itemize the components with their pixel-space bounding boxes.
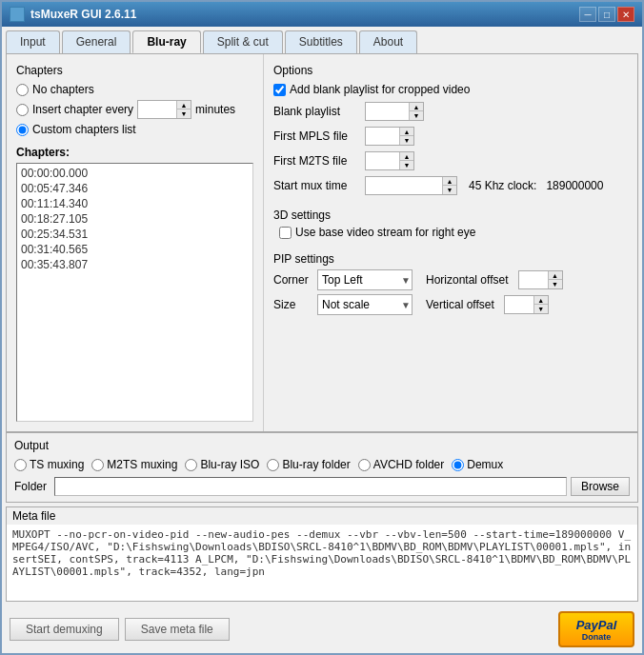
size-select-wrapper[interactable]: Not scale Half Quarter ▼ bbox=[317, 294, 413, 315]
chapter-interval-down[interactable]: ▼ bbox=[177, 109, 191, 118]
start-mux-time-input[interactable]: 1:10:00.000 bbox=[366, 178, 442, 193]
tab-input[interactable]: Input bbox=[6, 30, 60, 53]
m2ts-muxing-radio[interactable] bbox=[91, 459, 104, 471]
khz-value: 189000000 bbox=[546, 179, 603, 192]
custom-chapters-radio[interactable] bbox=[16, 124, 29, 136]
first-m2ts-input[interactable]: 0 bbox=[366, 153, 399, 169]
no-chapters-label: No chapters bbox=[32, 83, 94, 96]
v-offset-spinner[interactable]: 0 ▲ ▼ bbox=[504, 295, 549, 314]
blank-playlist-up[interactable]: ▲ bbox=[410, 103, 423, 111]
first-mpls-label: First MPLS file bbox=[273, 129, 359, 143]
chapter-item[interactable]: 00:00:00.000 bbox=[19, 166, 251, 181]
no-chapters-radio[interactable] bbox=[16, 84, 29, 96]
h-offset-down[interactable]: ▼ bbox=[549, 280, 562, 288]
ts-muxing-radio[interactable] bbox=[14, 459, 27, 471]
no-chapters-option[interactable]: No chapters bbox=[16, 83, 253, 96]
minimize-button[interactable]: ─ bbox=[579, 7, 596, 22]
start-mux-time-up[interactable]: ▲ bbox=[443, 177, 456, 186]
output-options-row: TS muxing M2TS muxing Blu-ray ISO Blu-ra… bbox=[14, 458, 630, 471]
first-m2ts-spinner[interactable]: 0 ▲ ▼ bbox=[365, 151, 414, 170]
tab-about[interactable]: About bbox=[359, 30, 417, 53]
action-bar: Start demuxing Save meta file PayPal Don… bbox=[2, 605, 642, 653]
maximize-button[interactable]: □ bbox=[598, 7, 615, 22]
start-mux-time-spinner[interactable]: 1:10:00.000 ▲ ▼ bbox=[365, 176, 457, 195]
left-panel: Chapters No chapters Insert chapter ever… bbox=[7, 54, 264, 431]
ts-muxing-option[interactable]: TS muxing bbox=[14, 458, 84, 471]
use-base-video-row: Use base video stream for right eye bbox=[279, 226, 628, 239]
blank-playlist-input[interactable]: 1900 bbox=[366, 104, 409, 119]
first-m2ts-label: First M2TS file bbox=[273, 154, 359, 168]
size-select[interactable]: Not scale Half Quarter bbox=[317, 294, 413, 315]
minutes-label: minutes bbox=[195, 103, 235, 116]
first-mpls-up[interactable]: ▲ bbox=[400, 128, 413, 136]
tab-subtitles[interactable]: Subtitles bbox=[285, 30, 357, 53]
chapter-item[interactable]: 00:31:40.565 bbox=[19, 242, 251, 257]
chapter-interval-up[interactable]: ▲ bbox=[177, 101, 191, 109]
blank-playlist-row: Blank playlist 1900 ▲ ▼ bbox=[273, 102, 628, 121]
paypal-donate-button[interactable]: PayPal Donate bbox=[558, 611, 634, 647]
demux-radio[interactable] bbox=[452, 459, 464, 471]
bluray-iso-option[interactable]: Blu-ray ISO bbox=[185, 458, 259, 471]
blank-playlist-spinner[interactable]: 1900 ▲ ▼ bbox=[365, 102, 424, 121]
bluray-folder-radio[interactable] bbox=[267, 459, 279, 471]
h-offset-up[interactable]: ▲ bbox=[549, 271, 562, 280]
chapter-item[interactable]: 00:18:27.105 bbox=[19, 211, 251, 227]
action-buttons: Start demuxing Save meta file bbox=[10, 618, 230, 641]
add-blank-playlist-label: Add blank playlist for cropped video bbox=[290, 83, 470, 96]
browse-button[interactable]: Browse bbox=[571, 477, 630, 496]
tab-general[interactable]: General bbox=[62, 30, 131, 53]
v-offset-label: Vertical offset bbox=[426, 298, 494, 311]
use-base-video-checkbox[interactable] bbox=[279, 227, 292, 239]
bluray-folder-option[interactable]: Blu-ray folder bbox=[267, 458, 350, 471]
insert-chapter-radio[interactable] bbox=[16, 104, 29, 116]
khz-label: 45 Khz clock: bbox=[469, 179, 536, 192]
avchd-folder-option[interactable]: AVCHD folder bbox=[358, 458, 444, 471]
first-mpls-spinner[interactable]: 0 ▲ ▼ bbox=[365, 127, 414, 146]
paypal-label: PayPal bbox=[576, 618, 617, 632]
tab-content: Chapters No chapters Insert chapter ever… bbox=[6, 53, 638, 432]
demux-option[interactable]: Demux bbox=[452, 458, 503, 471]
v-offset-input[interactable]: 0 bbox=[505, 297, 533, 312]
folder-input[interactable]: D:\Fishswing\Downloads\Rip\SRCL-8410\ bbox=[54, 477, 567, 496]
add-blank-playlist-checkbox[interactable] bbox=[273, 84, 286, 96]
folder-row: Folder D:\Fishswing\Downloads\Rip\SRCL-8… bbox=[14, 477, 630, 496]
h-offset-input[interactable]: 0 bbox=[519, 272, 548, 288]
v-offset-down[interactable]: ▼ bbox=[534, 305, 548, 313]
start-mux-time-down[interactable]: ▼ bbox=[443, 186, 456, 194]
settings-3d-title: 3D settings bbox=[273, 208, 628, 222]
output-section: Output TS muxing M2TS muxing Blu-ray ISO… bbox=[6, 432, 638, 503]
bluray-iso-radio[interactable] bbox=[185, 459, 197, 471]
size-row: Size Not scale Half Quarter ▼ Vertical o… bbox=[273, 294, 628, 315]
corner-select-wrapper[interactable]: Top Left Top Right Bottom Left Bottom Ri… bbox=[317, 269, 413, 290]
custom-chapters-option[interactable]: Custom chapters list bbox=[16, 123, 253, 136]
tab-split-cut[interactable]: Split & cut bbox=[203, 30, 283, 53]
pip-title: PIP settings bbox=[273, 252, 628, 266]
chapter-interval-input[interactable]: 5 bbox=[138, 102, 176, 117]
first-m2ts-down[interactable]: ▼ bbox=[400, 161, 413, 169]
chapters-list[interactable]: 00:00:00.000 00:05:47.346 00:11:14.340 0… bbox=[16, 163, 253, 422]
start-demuxing-button[interactable]: Start demuxing bbox=[10, 618, 119, 641]
first-mpls-input[interactable]: 0 bbox=[366, 129, 399, 144]
m2ts-muxing-option[interactable]: M2TS muxing bbox=[91, 458, 177, 471]
corner-row: Corner Top Left Top Right Bottom Left Bo… bbox=[273, 269, 628, 290]
first-mpls-down[interactable]: ▼ bbox=[400, 136, 413, 145]
blank-playlist-down[interactable]: ▼ bbox=[410, 111, 423, 120]
avchd-folder-radio[interactable] bbox=[358, 459, 371, 471]
insert-chapter-option[interactable]: Insert chapter every 5 ▲ ▼ minutes bbox=[16, 100, 253, 119]
meta-content[interactable]: MUXOPT --no-pcr-on-video-pid --new-audio… bbox=[7, 525, 637, 601]
chapter-item[interactable]: 00:05:47.346 bbox=[19, 181, 251, 196]
chapter-interval-spinner[interactable]: 5 ▲ ▼ bbox=[137, 100, 191, 119]
chapter-item[interactable]: 00:35:43.807 bbox=[19, 257, 251, 272]
chapter-item[interactable]: 00:11:14.340 bbox=[19, 196, 251, 211]
start-mux-time-row: Start mux time 1:10:00.000 ▲ ▼ 45 Khz cl… bbox=[273, 176, 628, 195]
chapter-item[interactable]: 00:25:34.531 bbox=[19, 227, 251, 242]
h-offset-spinner[interactable]: 0 ▲ ▼ bbox=[518, 270, 563, 289]
corner-select[interactable]: Top Left Top Right Bottom Left Bottom Ri… bbox=[317, 269, 413, 290]
v-offset-up[interactable]: ▲ bbox=[534, 296, 548, 305]
close-button[interactable]: ✕ bbox=[617, 7, 634, 22]
tab-bluray[interactable]: Blu-ray bbox=[132, 30, 200, 53]
first-m2ts-up[interactable]: ▲ bbox=[400, 152, 413, 161]
save-meta-file-button[interactable]: Save meta file bbox=[125, 618, 230, 641]
folder-label: Folder bbox=[14, 480, 47, 493]
bluray-folder-label: Blu-ray folder bbox=[282, 458, 350, 471]
